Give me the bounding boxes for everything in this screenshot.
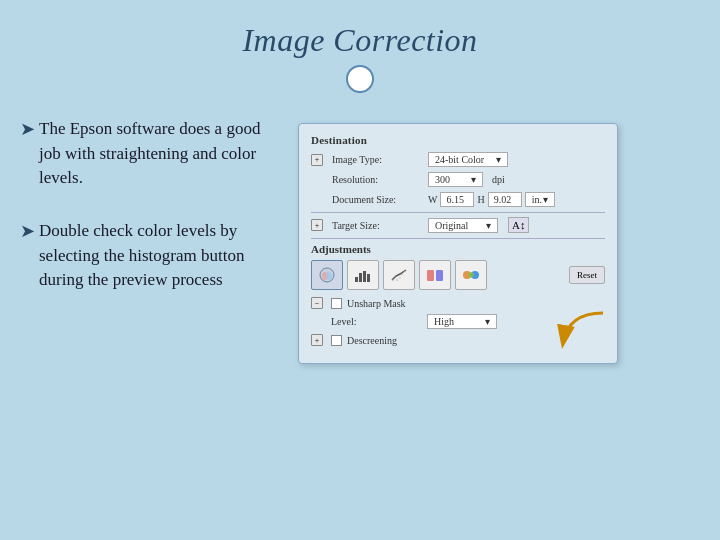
image-column: Destination + Image Type: 24-bit Color ▾… [298, 113, 700, 530]
slide-title: Image Correction [0, 22, 720, 59]
document-size-row: + Document Size: W 6.15 H 9.02 in. ▾ [311, 192, 605, 207]
histogram-button[interactable] [311, 260, 343, 290]
destination-label: Destination [311, 134, 605, 146]
image-type-row: + Image Type: 24-bit Color ▾ [311, 152, 605, 167]
adjustments-label: Adjustments [311, 243, 605, 255]
svg-point-11 [468, 272, 474, 278]
divider-1 [311, 212, 605, 213]
svg-rect-6 [367, 274, 370, 282]
scanner-dialog: Destination + Image Type: 24-bit Color ▾… [298, 123, 618, 364]
unsharp-mask-label: Unsharp Mask [347, 298, 406, 309]
curves-button[interactable] [383, 260, 415, 290]
levels-button[interactable] [347, 260, 379, 290]
image-type-value[interactable]: 24-bit Color ▾ [428, 152, 508, 167]
bullet-icon-1: ➤ [20, 118, 35, 140]
resolution-row: + Resolution: 300 ▾ dpi [311, 172, 605, 187]
target-size-lock-icon: A↕ [508, 217, 529, 233]
level-value[interactable]: High ▾ [427, 314, 497, 329]
descreening-checkbox[interactable] [331, 335, 342, 346]
target-size-value[interactable]: Original ▾ [428, 218, 498, 233]
targetsize-expand[interactable]: + [311, 219, 323, 231]
resolution-dropdown-arrow: ▾ [471, 174, 476, 185]
divider-2 [311, 238, 605, 239]
descreening-expand[interactable]: + [311, 334, 323, 346]
doc-width-field[interactable]: 6.15 [440, 192, 474, 207]
doc-height-field[interactable]: 9.02 [488, 192, 522, 207]
target-size-label: Target Size: [332, 220, 422, 231]
level-row: Level: High ▾ [311, 314, 605, 329]
image-type-label: Image Type: [332, 154, 422, 165]
resolution-value[interactable]: 300 ▾ [428, 172, 483, 187]
docsize-wh-group: W 6.15 H 9.02 in. ▾ [428, 192, 555, 207]
svg-rect-8 [436, 270, 443, 281]
unsharp-mask-checkbox[interactable] [331, 298, 342, 309]
bullet-item-1: ➤ The Epson software does a good job wit… [20, 117, 280, 191]
svg-rect-3 [355, 277, 358, 282]
color-balance-button[interactable] [419, 260, 451, 290]
targetsize-dropdown-arrow: ▾ [486, 220, 491, 231]
svg-rect-7 [427, 270, 434, 281]
color-balance-icon [426, 267, 444, 283]
curves-icon [390, 267, 408, 283]
image-type-expand[interactable]: + [311, 154, 323, 166]
target-size-row: + Target Size: Original ▾ A↕ [311, 217, 605, 233]
svg-rect-4 [359, 273, 362, 282]
doc-unit-dropdown[interactable]: in. ▾ [525, 192, 555, 207]
resolution-label: Resolution: [332, 174, 422, 185]
resolution-unit: dpi [492, 174, 505, 185]
docunit-dropdown-arrow: ▾ [543, 194, 548, 205]
hue-sat-icon [462, 267, 480, 283]
header-circle-decoration [346, 65, 374, 93]
svg-point-2 [326, 272, 332, 280]
level-dropdown-arrow: ▾ [485, 316, 490, 327]
adjustments-toolbar: Reset [311, 260, 605, 290]
bullet-icon-2: ➤ [20, 220, 35, 242]
descreening-label: Descreening [347, 335, 397, 346]
descreening-row: + Descreening [311, 334, 605, 346]
unsharp-expand[interactable]: − [311, 297, 323, 309]
docsize-label: Document Size: [332, 194, 422, 205]
image-type-dropdown-arrow: ▾ [496, 154, 501, 165]
slide-header: Image Correction [0, 0, 720, 103]
hue-saturation-button[interactable] [455, 260, 487, 290]
bullet-item-2: ➤ Double check color levels by selecting… [20, 219, 280, 293]
levels-icon [354, 267, 372, 283]
unsharp-mask-row: − Unsharp Mask [311, 297, 605, 309]
histogram-icon [318, 266, 336, 284]
bullet-text-1: The Epson software does a good job with … [39, 117, 280, 191]
level-label: Level: [331, 316, 421, 327]
bullet-text-2: Double check color levels by selecting t… [39, 219, 280, 293]
text-column: ➤ The Epson software does a good job wit… [20, 113, 280, 530]
content-area: ➤ The Epson software does a good job wit… [0, 103, 720, 540]
svg-rect-5 [363, 271, 366, 282]
slide: Image Correction ➤ The Epson software do… [0, 0, 720, 540]
reset-button[interactable]: Reset [569, 266, 605, 284]
